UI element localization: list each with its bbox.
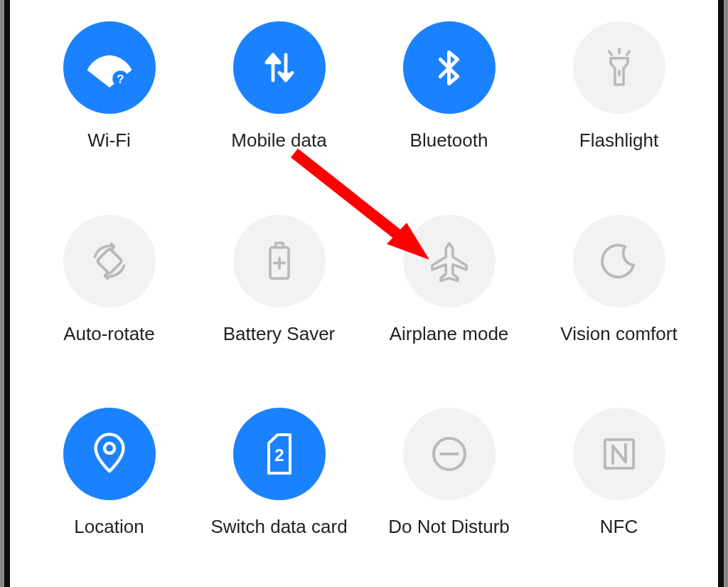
- tile-auto-rotate-circle: [63, 215, 156, 307]
- svg-line-4: [609, 51, 611, 55]
- tile-airplane-mode-label: Airplane mode: [390, 323, 509, 345]
- svg-text:?: ?: [117, 73, 124, 86]
- moon-icon: [599, 241, 639, 281]
- tile-bluetooth[interactable]: Bluetooth: [364, 21, 534, 186]
- battery-saver-icon: [261, 240, 298, 282]
- tile-switch-data-card[interactable]: 2 Switch data card: [194, 408, 364, 573]
- bluetooth-icon: [429, 48, 469, 88]
- tile-auto-rotate-label: Auto-rotate: [63, 323, 155, 345]
- svg-rect-8: [275, 243, 282, 247]
- tile-battery-saver[interactable]: Battery Saver: [194, 215, 364, 380]
- tile-battery-saver-circle: [233, 215, 326, 307]
- mobile-data-icon: [258, 46, 301, 89]
- tile-do-not-disturb-circle: [403, 408, 496, 500]
- tile-mobile-data-label: Mobile data: [231, 129, 326, 152]
- tile-vision-comfort-label: Vision comfort: [560, 323, 677, 345]
- tile-switch-data-card-label: Switch data card: [210, 516, 347, 538]
- auto-rotate-icon: [87, 238, 132, 284]
- flashlight-icon: [598, 46, 641, 89]
- svg-rect-6: [96, 248, 122, 274]
- nfc-icon: [599, 434, 639, 474]
- location-pin-icon: [90, 432, 129, 476]
- tile-flashlight-circle: [573, 21, 665, 114]
- quick-settings-panel: ? Wi-Fi Mobile data Bluetooth: [10, 0, 718, 587]
- tile-vision-comfort-circle: [573, 215, 665, 307]
- tile-mobile-data-circle: [233, 21, 326, 114]
- tile-airplane-mode[interactable]: Airplane mode: [364, 215, 534, 380]
- device-frame: ? Wi-Fi Mobile data Bluetooth: [4, 0, 724, 587]
- tile-auto-rotate[interactable]: Auto-rotate: [24, 215, 194, 380]
- tile-location-label: Location: [74, 516, 144, 538]
- tile-nfc-label: NFC: [600, 516, 638, 538]
- tile-nfc-circle: [573, 408, 665, 500]
- tile-wifi[interactable]: ? Wi-Fi: [24, 21, 194, 186]
- airplane-icon: [428, 240, 471, 282]
- tile-flashlight-label: Flashlight: [579, 129, 658, 152]
- svg-point-11: [104, 443, 114, 453]
- tile-location-circle: [63, 408, 156, 500]
- tile-airplane-mode-circle: [403, 215, 496, 307]
- svg-line-5: [626, 51, 629, 55]
- tile-flashlight[interactable]: Flashlight: [534, 21, 704, 186]
- tile-nfc[interactable]: NFC: [534, 408, 704, 573]
- tile-bluetooth-circle: [403, 21, 496, 114]
- tile-do-not-disturb[interactable]: Do Not Disturb: [364, 408, 534, 573]
- tile-location[interactable]: Location: [24, 408, 194, 573]
- tile-vision-comfort[interactable]: Vision comfort: [534, 215, 704, 380]
- sim-card-2-icon: 2: [262, 433, 297, 475]
- tile-bluetooth-label: Bluetooth: [410, 129, 488, 152]
- wifi-unknown-icon: ?: [85, 43, 134, 92]
- tile-battery-saver-label: Battery Saver: [223, 323, 336, 345]
- do-not-disturb-icon: [429, 433, 470, 475]
- tile-mobile-data[interactable]: Mobile data: [194, 21, 364, 186]
- svg-text:2: 2: [274, 445, 284, 465]
- quick-settings-grid: ? Wi-Fi Mobile data Bluetooth: [10, 0, 718, 587]
- tile-wifi-label: Wi-Fi: [87, 129, 131, 152]
- tile-do-not-disturb-label: Do Not Disturb: [388, 516, 510, 538]
- tile-wifi-circle: ?: [63, 21, 156, 114]
- tile-switch-data-card-circle: 2: [233, 408, 326, 500]
